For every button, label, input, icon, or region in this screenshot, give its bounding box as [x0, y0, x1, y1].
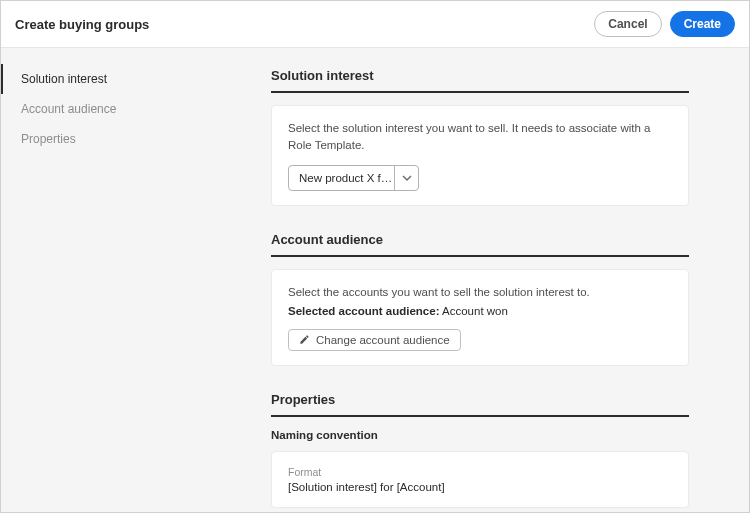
change-account-audience-button[interactable]: Change account audience — [288, 329, 461, 351]
section-account-audience: Account audience Select the accounts you… — [271, 232, 689, 366]
solution-interest-card: Select the solution interest you want to… — [271, 105, 689, 206]
format-value: [Solution interest] for [Account] — [288, 481, 672, 493]
create-button[interactable]: Create — [670, 11, 735, 37]
selected-audience-label: Selected account audience: — [288, 305, 439, 317]
account-audience-card: Select the accounts you want to sell the… — [271, 269, 689, 366]
selected-audience-value: Account won — [442, 305, 508, 317]
sidebar-item-properties[interactable]: Properties — [1, 124, 181, 154]
dialog-body: Solution interest Account audience Prope… — [1, 48, 749, 512]
sidebar-item-label: Properties — [21, 132, 76, 146]
sidebar-item-label: Account audience — [21, 102, 116, 116]
sidebar-item-account-audience[interactable]: Account audience — [1, 94, 181, 124]
dialog-title: Create buying groups — [15, 17, 149, 32]
create-buying-groups-dialog: Create buying groups Cancel Create Solut… — [0, 0, 750, 513]
chevron-down-icon[interactable] — [394, 166, 418, 190]
properties-card: Format [Solution interest] for [Account] — [271, 451, 689, 508]
dialog-header: Create buying groups Cancel Create — [1, 1, 749, 48]
cancel-button[interactable]: Cancel — [594, 11, 661, 37]
change-audience-label: Change account audience — [316, 334, 450, 346]
main-panel: Solution interest Select the solution in… — [181, 48, 749, 512]
sidebar-item-solution-interest[interactable]: Solution interest — [1, 64, 181, 94]
section-title: Properties — [271, 392, 689, 417]
section-title: Solution interest — [271, 68, 689, 93]
naming-convention-heading: Naming convention — [271, 429, 689, 441]
format-label: Format — [288, 466, 672, 478]
section-title: Account audience — [271, 232, 689, 257]
pencil-icon — [299, 334, 310, 345]
sidebar: Solution interest Account audience Prope… — [1, 48, 181, 512]
section-properties: Properties Naming convention Format [Sol… — [271, 392, 689, 508]
account-audience-description: Select the accounts you want to sell the… — [288, 284, 672, 301]
sidebar-item-label: Solution interest — [21, 72, 107, 86]
section-solution-interest: Solution interest Select the solution in… — [271, 68, 689, 206]
solution-interest-select[interactable]: New product X f… — [288, 165, 419, 191]
solution-interest-selected-value: New product X f… — [289, 166, 394, 190]
header-actions: Cancel Create — [594, 11, 735, 37]
selected-account-audience: Selected account audience: Account won — [288, 305, 672, 317]
solution-interest-description: Select the solution interest you want to… — [288, 120, 672, 155]
